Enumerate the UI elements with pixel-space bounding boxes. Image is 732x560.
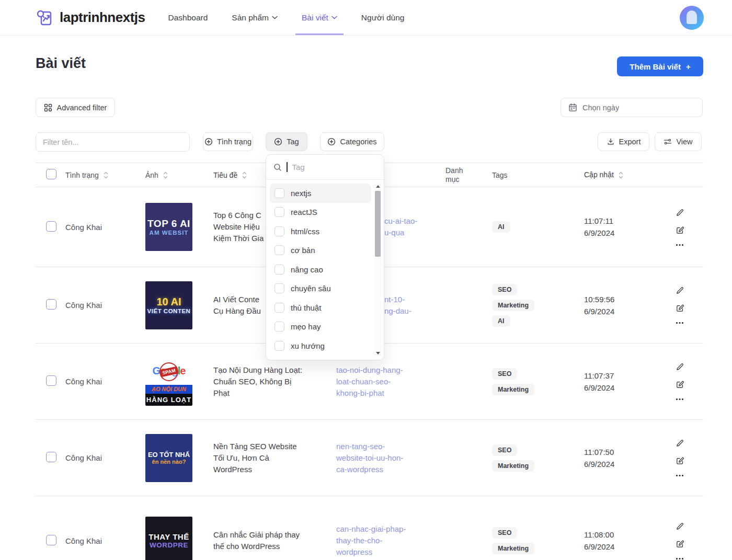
dropdown-scrollbar[interactable] xyxy=(374,183,381,357)
tag-option[interactable]: reactJS xyxy=(270,203,371,222)
tag-badge: AI xyxy=(492,221,510,233)
updated-cell: 11:07:116/9/2024 xyxy=(580,215,656,239)
top-navbar: laptrinhnextjs Dashboard Sản phẩm Bài vi… xyxy=(0,0,732,36)
categories-filter-button[interactable]: Categories xyxy=(320,132,384,151)
edit-icon[interactable] xyxy=(676,540,684,548)
page-title: Bài viết xyxy=(36,55,86,72)
plus-icon: + xyxy=(686,62,691,71)
tag-option[interactable]: nâng cao xyxy=(270,260,371,279)
sort-icon xyxy=(103,172,109,179)
edit-icon[interactable] xyxy=(676,380,684,389)
header-checkbox[interactable] xyxy=(46,169,56,179)
updated-cell: 11:08:006/9/2024 xyxy=(580,529,656,553)
tag-search-placeholder: Tag xyxy=(292,163,305,172)
status-cell: Công Khai xyxy=(65,223,145,232)
name-filter-input[interactable] xyxy=(36,132,190,152)
tag-checkbox[interactable] xyxy=(274,226,284,236)
tag-badge: SEO xyxy=(492,444,517,456)
tag-checkbox[interactable] xyxy=(274,245,284,255)
chevron-down-icon xyxy=(272,16,278,19)
brand-name: laptrinhnextjs xyxy=(60,9,145,26)
tag-badge: Marketing xyxy=(492,460,534,472)
col-header-updated[interactable]: Cập nhật xyxy=(584,169,656,181)
pencil-icon[interactable] xyxy=(676,286,684,295)
pencil-icon[interactable] xyxy=(676,439,684,448)
more-icon[interactable] xyxy=(676,244,684,246)
main-nav: Dashboard Sản phẩm Bài viết Người dùng xyxy=(168,0,404,35)
tag-checkbox[interactable] xyxy=(274,283,284,293)
tag-checkbox[interactable] xyxy=(274,265,284,275)
post-slug-link[interactable]: nen-tang-seo- website-toi-uu-hon- ca-wor… xyxy=(336,441,442,475)
tag-badge: Marketing xyxy=(492,543,534,554)
tag-option[interactable]: xu hướng xyxy=(270,336,371,356)
export-button[interactable]: Export xyxy=(598,132,649,151)
status-cell: Công Khai xyxy=(65,377,145,386)
circle-plus-icon xyxy=(204,138,213,146)
advanced-filter-icon xyxy=(44,104,52,112)
post-slug-link[interactable]: tao-noi-dung-hang- loat-chuan-seo- khong… xyxy=(336,364,442,399)
tag-badge: AI xyxy=(492,315,510,327)
tag-checkbox[interactable] xyxy=(274,207,284,217)
tag-checkbox[interactable] xyxy=(274,322,284,332)
edit-icon[interactable] xyxy=(676,304,684,313)
add-post-button[interactable]: Thêm Bài viết + xyxy=(617,56,703,76)
tag-option[interactable]: cơ bản xyxy=(270,241,371,260)
tag-search-box[interactable]: Tag xyxy=(266,155,384,180)
row-checkbox[interactable] xyxy=(46,375,56,386)
tag-option[interactable]: chuyên sâu xyxy=(270,279,371,299)
col-header-status[interactable]: Tình trạng xyxy=(65,171,145,179)
tag-option[interactable]: thủ thuật xyxy=(270,298,371,317)
nav-users[interactable]: Người dùng xyxy=(361,0,405,35)
date-picker[interactable]: Chọn ngày xyxy=(561,98,703,117)
row-checkbox[interactable] xyxy=(46,299,56,310)
tag-checkbox[interactable] xyxy=(274,341,284,351)
col-header-image[interactable]: Ảnh xyxy=(145,171,213,179)
tag-filter-button[interactable]: Tag xyxy=(266,132,307,151)
avatar[interactable] xyxy=(680,6,704,30)
sort-icon xyxy=(618,172,624,179)
tag-options-list: nextjs reactJS html/css cơ bản nâng cao … xyxy=(266,180,384,359)
updated-cell: 11:07:506/9/2024 xyxy=(580,446,656,470)
row-checkbox[interactable] xyxy=(46,452,56,462)
row-checkbox[interactable] xyxy=(46,221,56,232)
tag-dropdown: Tag nextjs reactJS html/css cơ bản nâng … xyxy=(266,154,384,360)
view-button[interactable]: View xyxy=(655,132,702,151)
tag-option[interactable]: html/css xyxy=(270,222,371,241)
scrollbar-up-arrow[interactable] xyxy=(374,183,381,190)
pencil-icon[interactable] xyxy=(676,522,684,531)
tag-badge: Marketing xyxy=(492,384,534,395)
tag-checkbox[interactable] xyxy=(274,188,284,198)
status-filter-button[interactable]: Tình trạng xyxy=(203,132,253,151)
edit-icon[interactable] xyxy=(676,456,684,465)
scrollbar-down-arrow[interactable] xyxy=(374,350,381,357)
post-slug-link[interactable]: can-nhac-giai-phap- thay-the-cho- wordpr… xyxy=(336,523,442,558)
table-row: Công Khai EO TỐT NHẤ ên nền nào? Nền Tản… xyxy=(36,420,703,496)
post-thumbnail: THAY THẾ WORDPRE xyxy=(145,517,192,560)
advanced-filter-button[interactable]: Advanced filter xyxy=(36,98,115,117)
pencil-icon[interactable] xyxy=(676,362,684,371)
nav-posts[interactable]: Bài viết xyxy=(302,0,337,35)
nav-products[interactable]: Sản phẩm xyxy=(232,0,278,35)
edit-icon[interactable] xyxy=(676,226,684,235)
more-icon[interactable] xyxy=(676,398,684,401)
post-title: Cân nhắc Giải pháp thay thế cho WordPres… xyxy=(213,529,336,552)
pencil-icon[interactable] xyxy=(676,208,684,217)
tag-option[interactable]: nextjs xyxy=(270,184,371,203)
row-checkbox[interactable] xyxy=(46,535,56,545)
tag-checkbox[interactable] xyxy=(274,303,284,313)
search-icon xyxy=(273,163,282,172)
status-cell: Công Khai xyxy=(65,301,145,310)
sort-icon xyxy=(163,172,168,179)
more-icon[interactable] xyxy=(676,557,684,560)
nav-dashboard[interactable]: Dashboard xyxy=(168,0,208,35)
post-title: Tạo Nội Dung Hàng Loạt: Chuẩn SEO, Không… xyxy=(213,364,336,399)
scrollbar-thumb[interactable] xyxy=(375,191,381,257)
updated-cell: 10:59:566/9/2024 xyxy=(580,293,656,317)
sort-icon xyxy=(242,172,247,179)
col-header-category: Danh mục xyxy=(442,166,489,184)
brand-logo[interactable]: laptrinhnextjs xyxy=(36,8,145,27)
more-icon[interactable] xyxy=(676,474,684,477)
tag-badge: SEO xyxy=(492,368,517,380)
more-icon[interactable] xyxy=(676,322,684,324)
tag-option[interactable]: mẹo hay xyxy=(270,317,371,337)
